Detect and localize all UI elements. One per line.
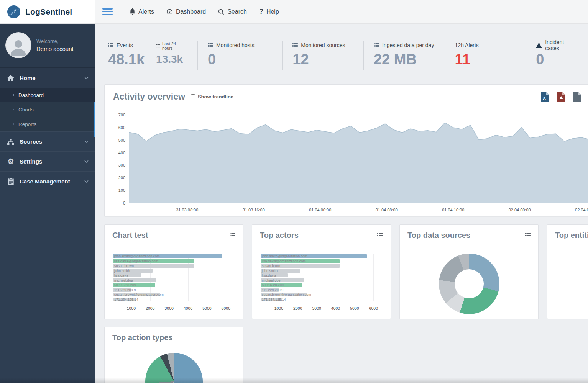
- help-icon: ?: [259, 8, 263, 16]
- bar-row: lisa.davis: [113, 273, 235, 277]
- bar-row: 50.116.28.209: [261, 283, 383, 287]
- top-data-sources-donut: [439, 254, 499, 314]
- stat-events-label: Events: [117, 42, 133, 48]
- stat-last24-value: 13.3k: [156, 49, 187, 70]
- list-icon: [108, 43, 113, 47]
- list-icon: [156, 44, 160, 48]
- nav-search-label: Search: [227, 8, 247, 15]
- activity-area-svg: [129, 115, 588, 203]
- nav-dashboard-label: Dashboard: [176, 8, 206, 15]
- bar-row: lisa.davis@organization.com: [113, 259, 235, 263]
- stat-monitored-hosts: Monitored hosts 0: [197, 41, 282, 70]
- chevron-down-icon: [84, 77, 89, 79]
- sidebar-item-dashboard[interactable]: Dashboard: [0, 88, 95, 102]
- top-action-types-title: Top action types: [112, 333, 172, 342]
- list-icon: [374, 43, 379, 47]
- export-csv-icon[interactable]: [573, 92, 581, 102]
- sidebar-item-charts[interactable]: Charts: [0, 102, 95, 117]
- sidebar-item-home[interactable]: Home: [0, 68, 95, 88]
- top-actors-rows: john.smith@organization.comlisa.davis@or…: [261, 254, 383, 301]
- list-icon: [292, 43, 298, 47]
- brand-name: LogSentinel: [25, 7, 72, 16]
- stat-ingested-label: Ingested data per day: [382, 42, 434, 48]
- home-submenu: Dashboard Charts Reports: [0, 88, 95, 131]
- donut-hole: [455, 269, 484, 298]
- home-icon: [7, 75, 15, 81]
- cards-row: Chart test john.smith@organization.comli…: [104, 224, 588, 319]
- nav-help-label: Help: [266, 8, 279, 15]
- nav-search[interactable]: Search: [218, 8, 247, 15]
- stat-hosts-label: Monitored hosts: [216, 42, 255, 48]
- chart-test-title: Chart test: [112, 231, 148, 240]
- stat-alerts-label: 12h Alerts: [455, 42, 479, 48]
- avatar[interactable]: [6, 33, 31, 57]
- bar-row: john.smith@organization.com: [261, 254, 383, 258]
- bar-row: john.smith: [261, 269, 383, 273]
- bar-row: michael.doe: [261, 278, 383, 282]
- clipboard-icon: [7, 178, 15, 185]
- card-menu-icon[interactable]: [377, 233, 383, 238]
- chevron-down-icon: [84, 160, 89, 163]
- account-panel: Welcome, Demo account: [0, 24, 95, 68]
- stat-incident-cases: Incident cases 0: [526, 41, 588, 70]
- hamburger-menu-icon[interactable]: [102, 7, 113, 17]
- bar-row: john.smith@organization.com: [113, 254, 235, 258]
- show-trendline-checkbox[interactable]: [191, 94, 195, 99]
- sidebar-item-charts-label: Charts: [18, 107, 34, 113]
- nav-help[interactable]: ? Help: [259, 8, 279, 16]
- sidebar-item-home-label: Home: [20, 75, 36, 81]
- gear-icon: ⚙: [7, 158, 15, 165]
- export-excel-icon[interactable]: X: [541, 92, 549, 102]
- activity-chart: 0100200300400500600700: [105, 107, 588, 205]
- chart-test-card: Chart test john.smith@organization.comli…: [104, 224, 243, 319]
- card-menu-icon[interactable]: [230, 233, 235, 238]
- stat-monitored-sources: Monitored sources 12: [282, 41, 363, 70]
- bar-row: lisa.davis@organization.com: [261, 259, 383, 263]
- bar-row: susan.brown@organization.com: [113, 293, 235, 296]
- sidebar-item-reports-label: Reports: [18, 121, 36, 127]
- topbar: LogSentinel Alerts Dashboard: [0, 0, 588, 24]
- main-content: Events 48.1k Last 24 hours 13.3k: [95, 24, 588, 383]
- stat-incidents-value: 0: [536, 49, 578, 70]
- nav-dashboard[interactable]: Dashboard: [166, 8, 206, 15]
- search-icon: [218, 9, 224, 15]
- activity-plot: [129, 115, 588, 203]
- stat-hosts-value: 0: [208, 49, 272, 70]
- bell-icon: [130, 8, 135, 15]
- top-actors-title: Top actors: [260, 231, 299, 240]
- bar-row: 111.229.209.9: [261, 288, 383, 292]
- card-menu-icon[interactable]: [525, 233, 531, 238]
- sidebar-item-settings[interactable]: ⚙ Settings: [0, 151, 95, 171]
- nav-alerts-label: Alerts: [138, 8, 154, 15]
- sidebar-item-settings-label: Settings: [20, 158, 42, 165]
- stat-alerts-value: 11: [455, 49, 516, 70]
- activity-y-axis: 0100200300400500600700: [109, 115, 129, 203]
- sidebar: Welcome, Demo account Home Dashboard Cha…: [0, 24, 95, 383]
- bar-row: susan.brown: [113, 264, 235, 268]
- show-trendline-toggle[interactable]: Show trendline: [191, 94, 233, 100]
- sidebar-item-reports[interactable]: Reports: [0, 117, 95, 131]
- stat-events-value: 48.1k: [108, 49, 145, 70]
- bar-row: susan.brown: [261, 264, 383, 268]
- sitemap-icon: [7, 139, 15, 145]
- top-actors-axis: 100020003000400050006000: [260, 305, 383, 312]
- sidebar-item-dashboard-label: Dashboard: [18, 92, 44, 98]
- brand[interactable]: LogSentinel: [0, 0, 95, 23]
- sidebar-item-case-management[interactable]: Case Management: [0, 171, 95, 191]
- bar-row: 171.234.125.14: [261, 298, 383, 301]
- nav-alerts[interactable]: Alerts: [130, 8, 154, 15]
- sidebar-item-sources[interactable]: Sources: [0, 131, 95, 151]
- list-icon: [208, 43, 213, 47]
- stat-sources-value: 12: [292, 49, 353, 70]
- stat-ingested-value: 22 MB: [374, 49, 435, 70]
- bar-row: 50.116.28.209: [113, 283, 235, 287]
- top-data-sources-card: Top data sources: [399, 224, 539, 319]
- top-entities-card: Top entities: [547, 224, 588, 319]
- logsentinel-logo-icon: [6, 4, 21, 20]
- sidebar-item-sources-label: Sources: [20, 138, 42, 145]
- dashboard-gauge-icon: [166, 8, 173, 15]
- bar-row: 171.234.125.14: [113, 298, 235, 301]
- activity-area-fill: [129, 123, 588, 203]
- activity-x-axis: 31.03 08:0031.03 16:0001.04 00:0001.04 0…: [129, 205, 588, 216]
- export-pdf-icon[interactable]: [557, 92, 565, 102]
